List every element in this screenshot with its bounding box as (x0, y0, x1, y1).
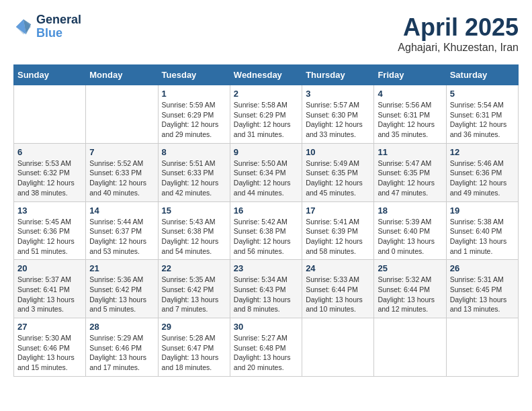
day-number: 24 (306, 263, 370, 273)
calendar-cell: 26Sunrise: 5:31 AM Sunset: 6:45 PM Dayli… (446, 260, 518, 318)
day-info: Sunrise: 5:49 AM Sunset: 6:35 PM Dayligh… (306, 158, 370, 198)
calendar-cell (446, 318, 518, 377)
calendar-cell: 11Sunrise: 5:47 AM Sunset: 6:35 PM Dayli… (374, 143, 446, 201)
day-number: 22 (162, 263, 226, 273)
weekday-header: Friday (374, 65, 446, 85)
day-number: 15 (162, 205, 226, 216)
day-info: Sunrise: 5:36 AM Sunset: 6:42 PM Dayligh… (89, 275, 154, 314)
calendar-cell: 19Sunrise: 5:38 AM Sunset: 6:40 PM Dayli… (446, 201, 518, 260)
calendar-cell: 22Sunrise: 5:35 AM Sunset: 6:42 PM Dayli… (158, 260, 230, 318)
day-number: 20 (17, 263, 82, 273)
weekday-header-row: SundayMondayTuesdayWednesdayThursdayFrid… (14, 65, 519, 85)
day-number: 7 (89, 147, 154, 157)
day-info: Sunrise: 5:38 AM Sunset: 6:40 PM Dayligh… (450, 217, 515, 257)
calendar-cell: 14Sunrise: 5:44 AM Sunset: 6:37 PM Dayli… (86, 201, 158, 260)
day-number: 16 (234, 205, 298, 216)
day-number: 1 (162, 89, 226, 99)
day-info: Sunrise: 5:53 AM Sunset: 6:32 PM Dayligh… (17, 158, 82, 198)
day-info: Sunrise: 5:51 AM Sunset: 6:33 PM Dayligh… (162, 158, 226, 198)
day-number: 10 (306, 147, 370, 157)
calendar-cell (14, 85, 86, 144)
calendar-week-row: 1Sunrise: 5:59 AM Sunset: 6:29 PM Daylig… (14, 85, 519, 144)
logo-text: General Blue (36, 13, 81, 40)
day-info: Sunrise: 5:32 AM Sunset: 6:44 PM Dayligh… (378, 275, 442, 314)
calendar-week-row: 6Sunrise: 5:53 AM Sunset: 6:32 PM Daylig… (14, 143, 519, 201)
day-number: 17 (306, 205, 370, 216)
calendar-cell: 16Sunrise: 5:42 AM Sunset: 6:38 PM Dayli… (230, 201, 302, 260)
calendar-cell: 21Sunrise: 5:36 AM Sunset: 6:42 PM Dayli… (86, 260, 158, 318)
calendar-cell: 10Sunrise: 5:49 AM Sunset: 6:35 PM Dayli… (302, 143, 374, 201)
calendar-cell: 1Sunrise: 5:59 AM Sunset: 6:29 PM Daylig… (158, 85, 230, 144)
calendar-cell (86, 85, 158, 144)
calendar-cell: 28Sunrise: 5:29 AM Sunset: 6:46 PM Dayli… (86, 318, 158, 377)
calendar-cell: 5Sunrise: 5:54 AM Sunset: 6:31 PM Daylig… (446, 85, 518, 144)
day-info: Sunrise: 5:57 AM Sunset: 6:30 PM Dayligh… (306, 100, 370, 140)
calendar-cell: 24Sunrise: 5:33 AM Sunset: 6:44 PM Dayli… (302, 260, 374, 318)
calendar-cell: 6Sunrise: 5:53 AM Sunset: 6:32 PM Daylig… (14, 143, 86, 201)
day-number: 9 (234, 147, 298, 157)
day-number: 4 (378, 89, 442, 99)
day-info: Sunrise: 5:59 AM Sunset: 6:29 PM Dayligh… (162, 100, 226, 140)
day-number: 3 (306, 89, 370, 99)
calendar-cell: 30Sunrise: 5:27 AM Sunset: 6:48 PM Dayli… (230, 318, 302, 377)
calendar-cell: 8Sunrise: 5:51 AM Sunset: 6:33 PM Daylig… (158, 143, 230, 201)
month-title: April 2025 (398, 13, 519, 42)
day-info: Sunrise: 5:56 AM Sunset: 6:31 PM Dayligh… (378, 100, 442, 140)
calendar-week-row: 20Sunrise: 5:37 AM Sunset: 6:41 PM Dayli… (14, 260, 519, 318)
day-number: 5 (450, 89, 515, 99)
day-info: Sunrise: 5:37 AM Sunset: 6:41 PM Dayligh… (17, 275, 82, 314)
logo-general: General (36, 13, 81, 27)
day-number: 13 (17, 205, 82, 216)
day-number: 18 (378, 205, 442, 216)
weekday-header: Monday (86, 65, 158, 85)
day-info: Sunrise: 5:43 AM Sunset: 6:38 PM Dayligh… (162, 217, 226, 257)
calendar-week-row: 13Sunrise: 5:45 AM Sunset: 6:36 PM Dayli… (14, 201, 519, 260)
calendar-cell: 20Sunrise: 5:37 AM Sunset: 6:41 PM Dayli… (14, 260, 86, 318)
title-area: April 2025 Aghajari, Khuzestan, Iran (398, 13, 519, 54)
day-info: Sunrise: 5:27 AM Sunset: 6:48 PM Dayligh… (234, 333, 298, 373)
day-number: 23 (234, 263, 298, 273)
day-number: 2 (234, 89, 298, 99)
logo: General Blue (13, 13, 81, 40)
day-info: Sunrise: 5:31 AM Sunset: 6:45 PM Dayligh… (450, 275, 515, 314)
day-number: 12 (450, 147, 515, 157)
day-info: Sunrise: 5:50 AM Sunset: 6:34 PM Dayligh… (234, 158, 298, 198)
day-number: 8 (162, 147, 226, 157)
calendar-cell: 12Sunrise: 5:46 AM Sunset: 6:36 PM Dayli… (446, 143, 518, 201)
day-number: 27 (17, 322, 82, 332)
location: Aghajari, Khuzestan, Iran (398, 42, 519, 54)
weekday-header: Tuesday (158, 65, 230, 85)
weekday-header: Sunday (14, 65, 86, 85)
day-info: Sunrise: 5:42 AM Sunset: 6:38 PM Dayligh… (234, 217, 298, 257)
calendar-cell: 23Sunrise: 5:34 AM Sunset: 6:43 PM Dayli… (230, 260, 302, 318)
weekday-header: Saturday (446, 65, 518, 85)
day-info: Sunrise: 5:30 AM Sunset: 6:46 PM Dayligh… (17, 333, 82, 373)
page-header: General Blue April 2025 Aghajari, Khuzes… (13, 13, 519, 54)
calendar-cell: 13Sunrise: 5:45 AM Sunset: 6:36 PM Dayli… (14, 201, 86, 260)
day-info: Sunrise: 5:41 AM Sunset: 6:39 PM Dayligh… (306, 217, 370, 257)
calendar-cell: 17Sunrise: 5:41 AM Sunset: 6:39 PM Dayli… (302, 201, 374, 260)
day-number: 28 (89, 322, 154, 332)
logo-blue: Blue (36, 27, 81, 40)
weekday-header: Wednesday (230, 65, 302, 85)
day-info: Sunrise: 5:44 AM Sunset: 6:37 PM Dayligh… (89, 217, 154, 257)
day-info: Sunrise: 5:45 AM Sunset: 6:36 PM Dayligh… (17, 217, 82, 257)
day-info: Sunrise: 5:39 AM Sunset: 6:40 PM Dayligh… (378, 217, 442, 257)
day-info: Sunrise: 5:29 AM Sunset: 6:46 PM Dayligh… (89, 333, 154, 373)
day-info: Sunrise: 5:46 AM Sunset: 6:36 PM Dayligh… (450, 158, 515, 198)
calendar-cell (374, 318, 446, 377)
day-number: 26 (450, 263, 515, 273)
calendar-cell: 3Sunrise: 5:57 AM Sunset: 6:30 PM Daylig… (302, 85, 374, 144)
calendar-cell: 2Sunrise: 5:58 AM Sunset: 6:29 PM Daylig… (230, 85, 302, 144)
calendar-cell: 15Sunrise: 5:43 AM Sunset: 6:38 PM Dayli… (158, 201, 230, 260)
calendar-cell: 27Sunrise: 5:30 AM Sunset: 6:46 PM Dayli… (14, 318, 86, 377)
day-info: Sunrise: 5:33 AM Sunset: 6:44 PM Dayligh… (306, 275, 370, 314)
calendar-cell: 9Sunrise: 5:50 AM Sunset: 6:34 PM Daylig… (230, 143, 302, 201)
day-info: Sunrise: 5:34 AM Sunset: 6:43 PM Dayligh… (234, 275, 298, 314)
calendar-week-row: 27Sunrise: 5:30 AM Sunset: 6:46 PM Dayli… (14, 318, 519, 377)
calendar-cell: 25Sunrise: 5:32 AM Sunset: 6:44 PM Dayli… (374, 260, 446, 318)
day-number: 25 (378, 263, 442, 273)
calendar-cell: 29Sunrise: 5:28 AM Sunset: 6:47 PM Dayli… (158, 318, 230, 377)
day-info: Sunrise: 5:58 AM Sunset: 6:29 PM Dayligh… (234, 100, 298, 140)
day-info: Sunrise: 5:52 AM Sunset: 6:33 PM Dayligh… (89, 158, 154, 198)
